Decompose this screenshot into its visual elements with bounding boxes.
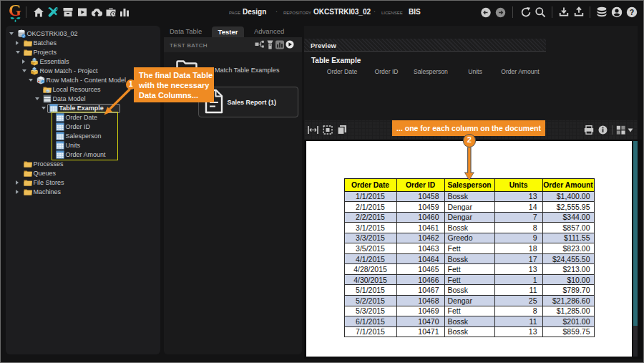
svg-text:?: ?	[630, 8, 634, 16]
